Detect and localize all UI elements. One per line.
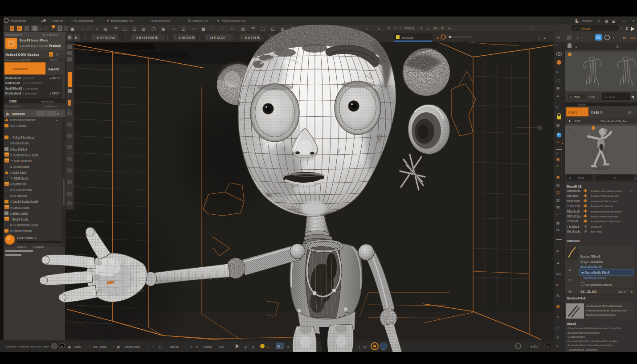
svg-text:‹: ‹: [568, 127, 570, 131]
svg-text:▲: ▲: [575, 45, 578, 49]
svg-text:▦: ▦: [568, 290, 572, 294]
svg-text:Dss8s18: Dss8s18: [591, 225, 602, 228]
svg-text:Iss8ss8s8 88s 8 sss8: Iss8ss8s8 88s 8 sss8: [591, 200, 617, 203]
svg-text:• •: • •: [623, 20, 625, 23]
svg-text:◌: ◌: [211, 27, 213, 31]
svg-text:↙: ↙: [244, 345, 248, 349]
svg-text:⬚: ⬚: [261, 27, 265, 31]
svg-text:8ss. 8ss88: 8ss. 8ss88: [93, 345, 106, 348]
svg-text:▬: ▬: [41, 20, 43, 22]
svg-text:E: E: [569, 119, 572, 123]
svg-text:⌂: ⌂: [221, 27, 223, 31]
svg-text:8ss ⊙: 8ss ⊙: [618, 290, 626, 293]
svg-text:P: P: [633, 20, 635, 23]
svg-text:▤: ▤: [556, 183, 560, 187]
svg-text:#: #: [562, 142, 563, 145]
svg-text:⬚: ⬚: [123, 27, 127, 31]
svg-text:RIIIB.S: RIIIB.S: [404, 27, 415, 30]
svg-text:Drss8I 18: Drss8I 18: [567, 184, 581, 188]
svg-text:Esss88 Issss 3Psss: Esss88 Issss 3Psss: [20, 39, 48, 42]
svg-text:m: m: [394, 27, 396, 30]
svg-text:rss8: rss8: [574, 95, 580, 98]
svg-text:|: |: [620, 45, 621, 49]
svg-text:Gss8ss8ss8. 88 8ss8s8 8ss8s: Gss8ss8ss8. 88 8ss8s8 8ss8s: [586, 305, 622, 307]
svg-text:a: a: [10, 42, 12, 46]
svg-text:▦: ▦: [556, 123, 560, 127]
svg-text:S8ss8ss: S8ss8ss: [12, 112, 25, 116]
svg-text:8ss8ss8 78ss8ss8ss8s: 8ss8ss8 78ss8ss8ss8s: [591, 194, 619, 197]
svg-text:p: p: [427, 27, 429, 30]
svg-text:Pss8s7: Pss8s7: [582, 20, 592, 23]
svg-text:○: ○: [378, 27, 380, 31]
svg-text:| 88888888: | 88888888: [23, 92, 37, 95]
svg-text:8 L T 8878 | 8: 8 L T 8878 | 8: [43, 33, 57, 36]
svg-text:7Ps8ss8: 7Ps8ss8: [567, 220, 578, 223]
svg-text:Gss8ss8 8s8: Gss8ss8 8s8: [567, 297, 586, 300]
svg-text:=: =: [40, 27, 42, 31]
svg-text:8ss8ss8ss8ss 88: 8ss8ss8ss8ss 88: [580, 265, 602, 268]
svg-text:R.: R.: [556, 294, 560, 298]
svg-text:A: A: [556, 249, 559, 253]
svg-text:☰: ☰: [630, 189, 633, 192]
svg-text:IB: IB: [277, 345, 280, 348]
svg-text:I8 Qs. Gs8ss8ss: I8 Qs. Gs8ss8ss: [580, 260, 604, 264]
svg-text:Ess8ss8ss8: Ess8ss8ss8: [5, 92, 21, 95]
svg-text:™ 4988 8ss8ss8r: ™ 4988 8ss8ss8r: [10, 160, 33, 163]
svg-text:S8...8L.8I0: S8...8L.8I0: [580, 290, 596, 294]
svg-text:▥: ▥: [142, 27, 146, 31]
svg-text:&: &: [421, 27, 423, 30]
svg-text:[K: [K: [6, 112, 9, 116]
svg-text:▱: ▱: [172, 27, 175, 31]
svg-text:I8: I8: [441, 27, 444, 30]
svg-text:8s8 8ss8: 8s8 8ss8: [567, 194, 579, 197]
svg-text:▥: ▥: [281, 27, 285, 31]
svg-text:D888 ©: D888 ©: [591, 110, 603, 115]
svg-text:€: €: [631, 290, 633, 293]
svg-text:▣: ▣: [161, 27, 165, 31]
svg-text:39|: 39|: [433, 27, 437, 30]
svg-text:8ss8 8ss8ss8: 8ss8 8ss8ss8: [151, 20, 171, 23]
svg-text:|=: |=: [556, 326, 559, 330]
svg-text:I8 K M.O//: I8 K M.O//: [210, 36, 226, 40]
svg-text:T 8s8.8 s8: T 8s8.8 s8: [567, 204, 580, 208]
svg-text:8ss8s8 ss8 sss8ss8ss8ss: 8ss8s8 ss8 sss8ss8ss8ss: [591, 189, 622, 192]
svg-text:8ssʼss G8ss8: 8ssʼss G8ss8: [580, 254, 600, 258]
svg-text:D8Cs8.8ss: D8Cs8.8ss: [567, 215, 581, 218]
svg-text:≡: ≡: [196, 345, 198, 349]
svg-text:‹: ‹: [621, 27, 622, 31]
svg-text:Ms: Ms: [556, 272, 561, 276]
svg-text:Ŀ: Ŀ: [267, 345, 270, 349]
svg-text:⬓: ⬓: [612, 19, 616, 23]
svg-text:A: A: [576, 36, 579, 40]
svg-text:8 rs Gss8ss sss8: 8 rs Gss8ss sss8: [10, 188, 32, 192]
svg-text:G8ss8ss8ss8 G8ss8ss8: G8ss8ss8ss8 G8ss8ss8: [568, 348, 597, 351]
svg-text:G8ss8s 1G: G8ss8s 1G: [192, 20, 208, 23]
svg-text:+: +: [517, 345, 519, 348]
svg-text:O8ss8: O8ss8: [203, 345, 212, 348]
svg-text:# 8sB8 88s8: # 8sB8 88s8: [10, 171, 26, 174]
svg-text:▣: ▣: [556, 175, 560, 179]
svg-text:▦: ▦: [556, 221, 560, 225]
svg-text:8 8s8? 8888s. rs: 8 8s8? 8888s. rs: [17, 237, 37, 239]
svg-text:☰: ☰: [114, 27, 118, 31]
svg-text:A: A: [556, 94, 559, 98]
svg-text:♥: ♥: [261, 346, 263, 348]
svg-text:▦: ▦: [117, 345, 120, 349]
svg-text:◥: ◥: [631, 95, 634, 99]
svg-text:# 8ss8ss8ss8s: # 8ss8ss8ss8s: [10, 142, 29, 145]
svg-text:8ss8 8s88: 8ss8 8s88: [567, 200, 580, 203]
svg-text:Iss88 Rss8: Iss88 Rss8: [5, 82, 20, 85]
svg-text:▶: ▶: [75, 36, 78, 40]
svg-text:▢: ▢: [556, 190, 560, 194]
svg-text:x: x: [556, 164, 558, 168]
svg-text:| 8888888 8 |: | 8888888 8 |: [44, 105, 57, 108]
svg-text:s: s: [50, 53, 51, 56]
svg-text:▸ 888.8: ▸ 888.8: [50, 92, 59, 95]
svg-text:8ss8ss8ss8: 8ss8ss8ss8: [5, 77, 21, 80]
svg-text:8ss8 Gss8ss8ss8ss8s: 8ss8 Gss8ss8ss8ss8s: [591, 215, 618, 218]
svg-text:88 | 18: 88 | 18: [50, 59, 57, 61]
svg-text:T ʼSs88 88 8sss ʼSs81: T ʼSs88 88 8sss ʼSs81: [10, 154, 39, 157]
svg-text:8ss8ss8ss8s7 88ss8ss8: 8ss8ss8ss8s7 88ss8ss8: [591, 220, 621, 223]
svg-text:≡: ≡: [51, 28, 53, 31]
svg-text:⅋: ⅋: [568, 279, 571, 282]
